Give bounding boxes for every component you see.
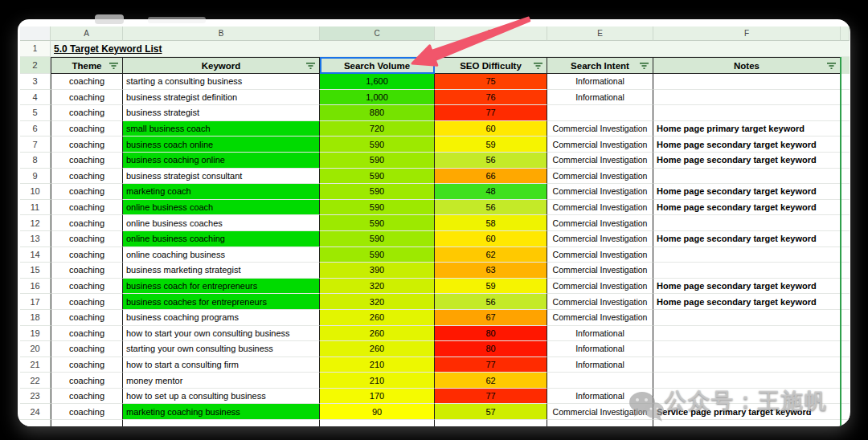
cell-search-volume[interactable]: 320: [320, 294, 435, 310]
cell-theme[interactable]: coaching: [51, 247, 123, 263]
row-number[interactable]: 16: [20, 279, 51, 295]
cell-seo-difficulty[interactable]: 48: [435, 184, 547, 200]
cell-overflow[interactable]: [841, 373, 850, 389]
column-header-b[interactable]: B: [123, 26, 320, 41]
cell-keyword[interactable]: online business coach: [123, 200, 320, 216]
cell-search-volume[interactable]: 590: [320, 136, 435, 153]
cell-seo-difficulty[interactable]: 77: [435, 357, 547, 373]
cell-keyword[interactable]: how to start a consulting firm: [123, 357, 320, 373]
cell-notes[interactable]: [653, 341, 841, 357]
cell-search-volume[interactable]: 210: [320, 373, 435, 389]
cell-keyword[interactable]: business coaching online: [123, 153, 320, 169]
cell-overflow[interactable]: [841, 200, 850, 216]
cell-overflow[interactable]: [841, 279, 850, 295]
cell-seo-difficulty[interactable]: 59: [435, 279, 547, 295]
cell-search-intent[interactable]: Commercial Investigation: [547, 121, 653, 137]
cell-overflow[interactable]: [841, 263, 850, 279]
cell-search-volume[interactable]: 590: [320, 153, 435, 169]
cell-keyword[interactable]: marketing coaching business: [123, 404, 320, 420]
header-search-volume[interactable]: Search Volume: [320, 57, 435, 74]
row-number[interactable]: 13: [20, 231, 51, 247]
cell-seo-difficulty[interactable]: 76: [435, 90, 547, 106]
cell-search-volume[interactable]: 260: [320, 341, 435, 357]
cell-keyword[interactable]: [123, 420, 320, 426]
row-number[interactable]: 4: [20, 90, 51, 106]
select-all-corner[interactable]: [20, 26, 51, 41]
cell-theme[interactable]: coaching: [51, 389, 123, 405]
cell-theme[interactable]: coaching: [51, 200, 123, 216]
cell-keyword[interactable]: business marketing strategist: [123, 263, 320, 279]
column-header-c[interactable]: C: [320, 26, 435, 41]
row-number[interactable]: 1: [20, 41, 51, 57]
cell-theme[interactable]: coaching: [51, 105, 123, 121]
header-search-intent[interactable]: Search Intent: [547, 57, 653, 74]
header-keyword[interactable]: Keyword: [123, 57, 320, 74]
column-header-f[interactable]: F: [653, 26, 841, 41]
cell-keyword[interactable]: business coach online: [123, 136, 320, 153]
cell-notes[interactable]: Home page secondary target keyword: [653, 136, 841, 153]
cell-search-intent[interactable]: Commercial Investigation: [547, 279, 653, 295]
cell-theme[interactable]: coaching: [51, 90, 123, 106]
cell-seo-difficulty[interactable]: 63: [435, 263, 547, 279]
cell-search-intent[interactable]: Commercial Investigation: [547, 184, 653, 200]
cell-seo-difficulty[interactable]: 77: [435, 105, 547, 121]
cell-keyword[interactable]: online business coaching: [123, 231, 320, 247]
cell-theme[interactable]: [51, 420, 123, 426]
row-number[interactable]: 11: [20, 200, 51, 216]
row-number[interactable]: 9: [20, 169, 51, 185]
cell-theme[interactable]: coaching: [51, 121, 123, 137]
cell-notes[interactable]: [653, 326, 841, 342]
cell-search-volume[interactable]: 390: [320, 263, 435, 279]
filter-icon[interactable]: [306, 61, 315, 71]
cell-theme[interactable]: coaching: [51, 294, 123, 310]
cell-keyword[interactable]: business coach for entrepreneurs: [123, 279, 320, 295]
cell-notes[interactable]: Home page primary target keyword: [653, 121, 841, 137]
cell-keyword[interactable]: starting a consulting business: [123, 74, 320, 90]
cell-search-volume[interactable]: 260: [320, 326, 435, 342]
row-number[interactable]: 24: [20, 404, 51, 420]
cell-notes[interactable]: [653, 420, 841, 426]
cell-search-intent[interactable]: Commercial Investigation: [547, 153, 653, 169]
cell-search-intent[interactable]: Commercial Investigation: [547, 247, 653, 263]
cell-search-volume[interactable]: 170: [320, 389, 435, 405]
cell-search-volume[interactable]: [320, 420, 435, 426]
cell-search-intent[interactable]: Commercial Investigation: [547, 310, 653, 326]
cell-notes[interactable]: Home page secondary target keyword: [653, 279, 841, 295]
cell-overflow[interactable]: [841, 215, 850, 231]
cell-keyword[interactable]: marketing coach: [123, 184, 320, 200]
cell-search-intent[interactable]: Commercial Investigation: [547, 231, 653, 247]
cell-overflow[interactable]: [841, 136, 850, 153]
cell-notes[interactable]: Home page secondary target keyword: [653, 294, 841, 310]
cell-overflow[interactable]: [841, 169, 850, 185]
cell-search-volume[interactable]: 320: [320, 279, 435, 295]
cell-seo-difficulty[interactable]: 80: [435, 326, 547, 342]
cell-seo-difficulty[interactable]: 62: [435, 373, 547, 389]
cell-search-volume[interactable]: 260: [320, 310, 435, 326]
cell-theme[interactable]: coaching: [51, 215, 123, 231]
cell-search-intent[interactable]: Commercial Investigation: [547, 136, 653, 153]
cell-seo-difficulty[interactable]: 77: [435, 389, 547, 405]
row-number[interactable]: 3: [20, 74, 51, 90]
cell-seo-difficulty[interactable]: 60: [435, 231, 547, 247]
cell-keyword[interactable]: business coaches for entrepreneurs: [123, 294, 320, 310]
cell-search-intent[interactable]: Commercial Investigation: [547, 215, 653, 231]
row-number[interactable]: 8: [20, 153, 51, 169]
cell-seo-difficulty[interactable]: 58: [435, 215, 547, 231]
cell-seo-difficulty[interactable]: 80: [435, 341, 547, 357]
cell-notes[interactable]: [653, 247, 841, 263]
filter-icon[interactable]: [827, 61, 836, 71]
row-number[interactable]: 10: [20, 184, 51, 200]
row-number[interactable]: 19: [20, 326, 51, 342]
cell-theme[interactable]: coaching: [51, 341, 123, 357]
cell-search-volume[interactable]: 880: [320, 105, 435, 121]
cell-notes[interactable]: Home page secondary target keyword: [653, 200, 841, 216]
cell-search-volume[interactable]: 590: [320, 184, 435, 200]
cell-search-intent[interactable]: Informational: [547, 90, 653, 106]
cell-seo-difficulty[interactable]: 62: [435, 247, 547, 263]
cell-search-volume[interactable]: 1,600: [320, 74, 435, 90]
cell-overflow[interactable]: [841, 153, 850, 169]
cell-theme[interactable]: coaching: [51, 136, 123, 153]
cell-search-volume[interactable]: 720: [320, 121, 435, 137]
cell-notes[interactable]: [653, 90, 841, 106]
cell-theme[interactable]: coaching: [51, 357, 123, 373]
